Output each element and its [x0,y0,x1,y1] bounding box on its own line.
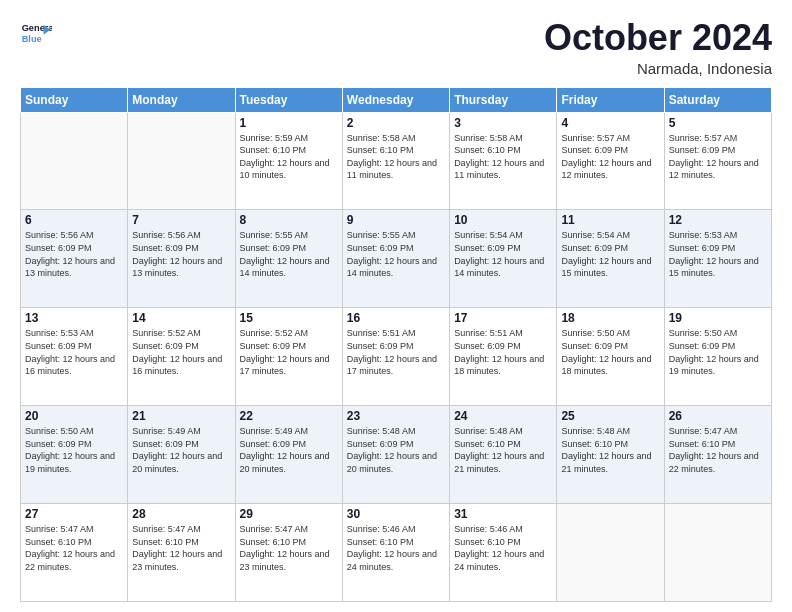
day-number: 21 [132,409,230,423]
day-info: Sunrise: 5:48 AM Sunset: 6:09 PM Dayligh… [347,425,445,475]
calendar-cell: 7Sunrise: 5:56 AM Sunset: 6:09 PM Daylig… [128,210,235,308]
day-number: 3 [454,116,552,130]
calendar-cell: 21Sunrise: 5:49 AM Sunset: 6:09 PM Dayli… [128,406,235,504]
header: General Blue October 2024 Narmada, Indon… [20,18,772,77]
col-tuesday: Tuesday [235,87,342,112]
day-info: Sunrise: 5:56 AM Sunset: 6:09 PM Dayligh… [25,229,123,279]
calendar-cell: 27Sunrise: 5:47 AM Sunset: 6:10 PM Dayli… [21,504,128,602]
day-number: 9 [347,213,445,227]
day-number: 22 [240,409,338,423]
day-info: Sunrise: 5:47 AM Sunset: 6:10 PM Dayligh… [240,523,338,573]
day-info: Sunrise: 5:47 AM Sunset: 6:10 PM Dayligh… [25,523,123,573]
day-info: Sunrise: 5:55 AM Sunset: 6:09 PM Dayligh… [240,229,338,279]
day-number: 23 [347,409,445,423]
calendar-cell: 31Sunrise: 5:46 AM Sunset: 6:10 PM Dayli… [450,504,557,602]
calendar-week-0: 1Sunrise: 5:59 AM Sunset: 6:10 PM Daylig… [21,112,772,210]
day-number: 10 [454,213,552,227]
calendar-cell: 8Sunrise: 5:55 AM Sunset: 6:09 PM Daylig… [235,210,342,308]
day-info: Sunrise: 5:49 AM Sunset: 6:09 PM Dayligh… [240,425,338,475]
day-info: Sunrise: 5:46 AM Sunset: 6:10 PM Dayligh… [347,523,445,573]
day-number: 20 [25,409,123,423]
calendar-header-row: Sunday Monday Tuesday Wednesday Thursday… [21,87,772,112]
month-title: October 2024 [544,18,772,58]
calendar-cell: 20Sunrise: 5:50 AM Sunset: 6:09 PM Dayli… [21,406,128,504]
calendar-cell: 12Sunrise: 5:53 AM Sunset: 6:09 PM Dayli… [664,210,771,308]
col-wednesday: Wednesday [342,87,449,112]
day-number: 14 [132,311,230,325]
day-info: Sunrise: 5:57 AM Sunset: 6:09 PM Dayligh… [561,132,659,182]
svg-text:Blue: Blue [22,34,42,44]
calendar-cell: 1Sunrise: 5:59 AM Sunset: 6:10 PM Daylig… [235,112,342,210]
calendar-cell [21,112,128,210]
day-info: Sunrise: 5:47 AM Sunset: 6:10 PM Dayligh… [132,523,230,573]
calendar-cell: 17Sunrise: 5:51 AM Sunset: 6:09 PM Dayli… [450,308,557,406]
day-info: Sunrise: 5:48 AM Sunset: 6:10 PM Dayligh… [454,425,552,475]
col-thursday: Thursday [450,87,557,112]
day-number: 11 [561,213,659,227]
calendar-cell: 3Sunrise: 5:58 AM Sunset: 6:10 PM Daylig… [450,112,557,210]
day-info: Sunrise: 5:46 AM Sunset: 6:10 PM Dayligh… [454,523,552,573]
calendar-cell: 10Sunrise: 5:54 AM Sunset: 6:09 PM Dayli… [450,210,557,308]
day-number: 17 [454,311,552,325]
calendar-week-1: 6Sunrise: 5:56 AM Sunset: 6:09 PM Daylig… [21,210,772,308]
calendar-cell: 4Sunrise: 5:57 AM Sunset: 6:09 PM Daylig… [557,112,664,210]
calendar-cell: 29Sunrise: 5:47 AM Sunset: 6:10 PM Dayli… [235,504,342,602]
title-block: October 2024 Narmada, Indonesia [544,18,772,77]
day-number: 24 [454,409,552,423]
day-info: Sunrise: 5:58 AM Sunset: 6:10 PM Dayligh… [347,132,445,182]
calendar-cell: 22Sunrise: 5:49 AM Sunset: 6:09 PM Dayli… [235,406,342,504]
day-info: Sunrise: 5:47 AM Sunset: 6:10 PM Dayligh… [669,425,767,475]
calendar-cell: 5Sunrise: 5:57 AM Sunset: 6:09 PM Daylig… [664,112,771,210]
day-number: 12 [669,213,767,227]
day-number: 1 [240,116,338,130]
logo: General Blue [20,18,52,50]
calendar-cell: 2Sunrise: 5:58 AM Sunset: 6:10 PM Daylig… [342,112,449,210]
calendar-cell [664,504,771,602]
day-info: Sunrise: 5:50 AM Sunset: 6:09 PM Dayligh… [25,425,123,475]
day-number: 29 [240,507,338,521]
col-monday: Monday [128,87,235,112]
day-info: Sunrise: 5:55 AM Sunset: 6:09 PM Dayligh… [347,229,445,279]
day-number: 27 [25,507,123,521]
day-info: Sunrise: 5:50 AM Sunset: 6:09 PM Dayligh… [561,327,659,377]
day-info: Sunrise: 5:54 AM Sunset: 6:09 PM Dayligh… [454,229,552,279]
day-number: 30 [347,507,445,521]
page: General Blue October 2024 Narmada, Indon… [0,0,792,612]
calendar-cell: 11Sunrise: 5:54 AM Sunset: 6:09 PM Dayli… [557,210,664,308]
calendar-cell: 14Sunrise: 5:52 AM Sunset: 6:09 PM Dayli… [128,308,235,406]
day-number: 2 [347,116,445,130]
calendar-table: Sunday Monday Tuesday Wednesday Thursday… [20,87,772,602]
calendar-cell: 28Sunrise: 5:47 AM Sunset: 6:10 PM Dayli… [128,504,235,602]
day-number: 31 [454,507,552,521]
day-number: 25 [561,409,659,423]
day-info: Sunrise: 5:52 AM Sunset: 6:09 PM Dayligh… [132,327,230,377]
calendar-cell [128,112,235,210]
day-info: Sunrise: 5:59 AM Sunset: 6:10 PM Dayligh… [240,132,338,182]
day-info: Sunrise: 5:48 AM Sunset: 6:10 PM Dayligh… [561,425,659,475]
day-number: 28 [132,507,230,521]
day-info: Sunrise: 5:51 AM Sunset: 6:09 PM Dayligh… [347,327,445,377]
calendar-cell: 19Sunrise: 5:50 AM Sunset: 6:09 PM Dayli… [664,308,771,406]
day-info: Sunrise: 5:50 AM Sunset: 6:09 PM Dayligh… [669,327,767,377]
day-number: 26 [669,409,767,423]
calendar-cell: 30Sunrise: 5:46 AM Sunset: 6:10 PM Dayli… [342,504,449,602]
day-number: 4 [561,116,659,130]
calendar-cell: 16Sunrise: 5:51 AM Sunset: 6:09 PM Dayli… [342,308,449,406]
day-info: Sunrise: 5:54 AM Sunset: 6:09 PM Dayligh… [561,229,659,279]
calendar-cell: 23Sunrise: 5:48 AM Sunset: 6:09 PM Dayli… [342,406,449,504]
day-number: 18 [561,311,659,325]
calendar-cell: 24Sunrise: 5:48 AM Sunset: 6:10 PM Dayli… [450,406,557,504]
calendar-cell: 18Sunrise: 5:50 AM Sunset: 6:09 PM Dayli… [557,308,664,406]
day-info: Sunrise: 5:56 AM Sunset: 6:09 PM Dayligh… [132,229,230,279]
day-number: 8 [240,213,338,227]
day-info: Sunrise: 5:52 AM Sunset: 6:09 PM Dayligh… [240,327,338,377]
calendar-cell: 9Sunrise: 5:55 AM Sunset: 6:09 PM Daylig… [342,210,449,308]
day-number: 7 [132,213,230,227]
day-info: Sunrise: 5:57 AM Sunset: 6:09 PM Dayligh… [669,132,767,182]
calendar-week-2: 13Sunrise: 5:53 AM Sunset: 6:09 PM Dayli… [21,308,772,406]
day-number: 15 [240,311,338,325]
calendar-cell: 26Sunrise: 5:47 AM Sunset: 6:10 PM Dayli… [664,406,771,504]
logo-icon: General Blue [20,18,52,50]
calendar-cell: 15Sunrise: 5:52 AM Sunset: 6:09 PM Dayli… [235,308,342,406]
day-number: 6 [25,213,123,227]
